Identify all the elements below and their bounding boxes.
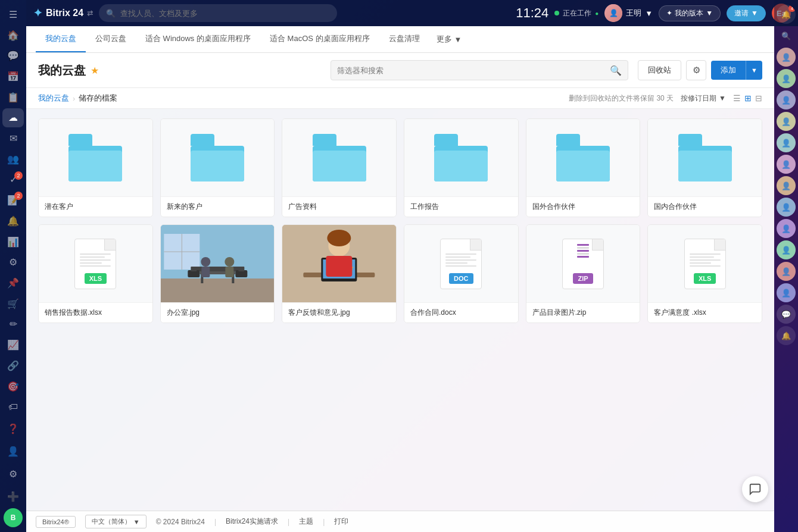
add-dropdown-button[interactable]: ▼ — [746, 61, 762, 80]
app-logo[interactable]: ✦ Bitrix 24 ⇄ — [33, 7, 93, 20]
tab-more-chevron: ▼ — [454, 35, 462, 44]
filter-search-bar[interactable]: 🔍 — [331, 60, 628, 80]
view-toggle: ☰ ⊞ ⊟ — [733, 93, 762, 103]
sidebar-link-icon[interactable]: 🔗 — [2, 356, 24, 375]
sidebar-cloud-icon[interactable]: ☁ — [2, 108, 24, 128]
tab-cleanup[interactable]: 云盘清理 — [379, 26, 429, 52]
tab-windows-app[interactable]: 适合 Windows 的桌面应用程序 — [136, 26, 260, 52]
right-avatar-9[interactable]: 👤 — [777, 219, 796, 238]
folder-card-5[interactable]: ≡ 国内合作伙伴 — [647, 118, 762, 217]
sidebar-question-icon[interactable]: ❓ — [2, 418, 24, 439]
sidebar-user-icon[interactable]: 👤 — [2, 440, 24, 462]
grid-view-icon[interactable]: ⊞ — [744, 93, 752, 103]
right-avatar-11[interactable]: 👤 — [777, 262, 796, 281]
user-chevron: ▼ — [645, 9, 653, 18]
right-avatar-12[interactable]: 👤 — [777, 283, 796, 302]
sidebar-calendar-icon[interactable]: 📅 — [2, 67, 24, 86]
large-grid-view-icon[interactable]: ⊟ — [755, 93, 762, 103]
right-avatar-7[interactable]: 👤 — [777, 176, 796, 195]
add-button[interactable]: 添加 — [711, 61, 746, 80]
right-avatar-3[interactable]: 👤 — [777, 90, 796, 109]
recycle-bin-button[interactable]: 回收站 — [638, 60, 681, 80]
right-search-icon[interactable]: 🔍 — [777, 26, 796, 45]
sidebar-tasks-icon[interactable]: 📋 — [2, 87, 24, 107]
sidebar-chat-icon[interactable]: 💬 — [2, 46, 24, 65]
tab-more-label: 更多 — [437, 34, 452, 45]
folder-card-0[interactable]: ≡ 潜在客户 — [38, 118, 153, 217]
sidebar-user-avatar[interactable]: B — [4, 508, 23, 527]
right-avatar-6[interactable]: 👤 — [777, 155, 796, 174]
brand-button[interactable]: Bitrix24® — [36, 516, 76, 528]
file-card-0[interactable]: ≡ XLS 销售报告数据.xlsx — [38, 224, 153, 323]
folder-card-2[interactable]: ≡ 广告资料 — [282, 118, 397, 217]
chat-float-button[interactable] — [742, 476, 768, 502]
favorite-star-icon[interactable]: ★ — [91, 65, 99, 76]
sidebar-home-icon[interactable]: 🏠 — [2, 26, 24, 45]
tab-more[interactable]: 更多 ▼ — [429, 27, 469, 52]
right-avatar-10[interactable]: 👤 — [777, 240, 796, 259]
page-title: 我的云盘 — [38, 62, 86, 79]
theme-link[interactable]: 主题 — [299, 517, 313, 527]
filter-input[interactable] — [337, 66, 605, 75]
consulting-link[interactable]: Bitrix24实施请求 — [226, 517, 278, 527]
tab-company-cloud[interactable]: 公司云盘 — [86, 26, 136, 52]
xls-badge-1: XLS — [694, 273, 716, 284]
right-chat-icon[interactable]: 💬 — [777, 305, 796, 324]
sidebar-edit-icon[interactable]: ✏ — [2, 315, 24, 334]
xls-icon-1: XLS — [678, 237, 732, 290]
tab-macos-app[interactable]: 适合 MacOS 的桌面应用程序 — [260, 26, 379, 52]
search-icon: 🔍 — [106, 9, 116, 18]
tab-my-cloud[interactable]: 我的云盘 — [36, 26, 86, 52]
sidebar-cart-icon[interactable]: 🛒 — [2, 294, 24, 314]
zip-icon-0: ZIP — [556, 237, 610, 290]
right-avatar-1[interactable]: 👤 — [777, 48, 796, 67]
sidebar-settings-icon[interactable]: ⚙ — [2, 252, 24, 272]
file-card-2[interactable]: ≡ ★★★★ — [282, 224, 397, 323]
sidebar-bell-icon[interactable]: 🔔 — [2, 211, 24, 231]
list-view-icon[interactable]: ☰ — [733, 93, 741, 103]
invite-button[interactable]: 邀请 ▼ — [727, 5, 766, 21]
file-card-1[interactable]: ≡ — [160, 224, 275, 323]
version-button[interactable]: ✦ 我的版本 ▼ — [659, 5, 721, 21]
sidebar-mail-icon[interactable]: ✉ — [2, 129, 24, 148]
sidebar-pin-icon[interactable]: 📌 — [2, 273, 24, 293]
breadcrumb-root[interactable]: 我的云盘 — [38, 93, 69, 104]
folder-card-4[interactable]: ≡ 国外合作伙伴 — [526, 118, 641, 217]
sidebar-contacts-icon[interactable]: 👥 — [2, 149, 24, 169]
right-avatar-8[interactable]: 👤 — [777, 198, 796, 217]
sidebar-target-icon[interactable]: 🎯 — [2, 377, 24, 396]
folder-name-5: 国内合作伙伴 — [648, 196, 762, 217]
global-search-bar[interactable]: 🔍 — [99, 4, 337, 22]
sidebar-tag-icon[interactable]: 🏷 — [2, 397, 24, 417]
sidebar-check-icon[interactable]: ✓2 — [2, 170, 24, 190]
folder-card-3[interactable]: ≡ 工作报告 — [404, 118, 519, 217]
user-name: 王明 — [626, 8, 641, 18]
sidebar-add-icon[interactable]: ➕ — [2, 486, 24, 507]
sidebar-analytics-icon[interactable]: 📈 — [2, 335, 24, 355]
right-avatar-2[interactable]: 👤 — [777, 69, 796, 88]
sidebar-notes-icon[interactable]: 📝2 — [2, 190, 24, 210]
status-text: 正在工作 — [563, 8, 591, 18]
file-card-4[interactable]: ≡ ZIP 产 — [526, 224, 641, 323]
right-bell-icon[interactable]: 🔔 — [777, 326, 796, 345]
folder-card-1[interactable]: ≡ 新来的客户 — [160, 118, 275, 217]
search-input[interactable] — [120, 9, 330, 18]
file-card-5[interactable]: ≡ XLS 客户满意度 .xlsx — [647, 224, 762, 323]
right-avatar-5[interactable]: 👤 — [777, 133, 796, 152]
language-button[interactable]: 中文（简体） ▼ — [85, 515, 146, 528]
right-notification-icon[interactable]: 🔔4 — [777, 5, 796, 24]
brand-label: Bitrix24® — [42, 518, 69, 525]
sort-button[interactable]: 按修订日期 ▼ — [681, 93, 726, 104]
user-profile[interactable]: 👤 王明 ▼ — [604, 4, 653, 22]
file-card-3[interactable]: ≡ DOC 合作合同.docx — [404, 224, 519, 323]
sidebar-gear-icon[interactable]: ⚙ — [2, 463, 24, 484]
sidebar-menu-icon[interactable]: ☰ — [2, 5, 24, 24]
sidebar-chart-icon[interactable]: 📊 — [2, 232, 24, 252]
footer-divider-3: | — [323, 518, 325, 526]
settings-button[interactable]: ⚙ — [686, 60, 706, 80]
right-avatar-4[interactable]: 👤 — [777, 112, 796, 131]
print-link[interactable]: 打印 — [334, 517, 348, 527]
file-thumb-0: XLS — [39, 225, 152, 302]
file-name-2: 客户反馈和意见.jpg — [282, 302, 396, 323]
file-thumb-2: ★★★★ — [282, 225, 396, 302]
